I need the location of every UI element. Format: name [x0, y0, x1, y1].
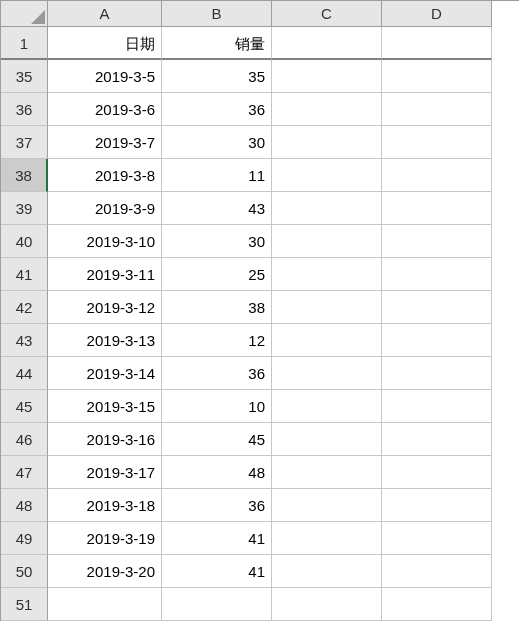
cell-44-c[interactable] [272, 357, 382, 390]
cell-42-c[interactable] [272, 291, 382, 324]
cell-40-c[interactable] [272, 225, 382, 258]
column-header-b[interactable]: B [162, 1, 272, 27]
row-header-38[interactable]: 38 [1, 159, 48, 192]
cell-43-d[interactable] [382, 324, 492, 357]
cell-38-a[interactable]: 2019-3-8 [48, 159, 162, 192]
cell-45-d[interactable] [382, 390, 492, 423]
cell-40-d[interactable] [382, 225, 492, 258]
cell-header-c[interactable] [272, 27, 382, 60]
cell-38-c[interactable] [272, 159, 382, 192]
row-header-43[interactable]: 43 [1, 324, 48, 357]
cell-header-b[interactable]: 销量 [162, 27, 272, 60]
cell-39-a[interactable]: 2019-3-9 [48, 192, 162, 225]
row-header-41[interactable]: 41 [1, 258, 48, 291]
row-header-46[interactable]: 46 [1, 423, 48, 456]
cell-49-b[interactable]: 41 [162, 522, 272, 555]
cell-44-b[interactable]: 36 [162, 357, 272, 390]
cell-50-c[interactable] [272, 555, 382, 588]
cell-48-a[interactable]: 2019-3-18 [48, 489, 162, 522]
cell-49-d[interactable] [382, 522, 492, 555]
row-header-51[interactable]: 51 [1, 588, 48, 621]
row-header-40[interactable]: 40 [1, 225, 48, 258]
cell-37-b[interactable]: 30 [162, 126, 272, 159]
cell-48-c[interactable] [272, 489, 382, 522]
cell-50-b[interactable]: 41 [162, 555, 272, 588]
cell-49-c[interactable] [272, 522, 382, 555]
cell-50-d[interactable] [382, 555, 492, 588]
cell-46-d[interactable] [382, 423, 492, 456]
cell-47-b[interactable]: 48 [162, 456, 272, 489]
cell-47-d[interactable] [382, 456, 492, 489]
cell-48-d[interactable] [382, 489, 492, 522]
row-header-49[interactable]: 49 [1, 522, 48, 555]
cell-45-a[interactable]: 2019-3-15 [48, 390, 162, 423]
cell-39-c[interactable] [272, 192, 382, 225]
select-all-corner[interactable] [1, 1, 48, 27]
cell-51-d[interactable] [382, 588, 492, 621]
cell-37-d[interactable] [382, 126, 492, 159]
cell-36-c[interactable] [272, 93, 382, 126]
cell-43-c[interactable] [272, 324, 382, 357]
cell-44-d[interactable] [382, 357, 492, 390]
row-header-50[interactable]: 50 [1, 555, 48, 588]
cell-48-b[interactable]: 36 [162, 489, 272, 522]
cell-39-b[interactable]: 43 [162, 192, 272, 225]
cell-41-d[interactable] [382, 258, 492, 291]
cell-40-a[interactable]: 2019-3-10 [48, 225, 162, 258]
row-header-35[interactable]: 35 [1, 60, 48, 93]
cell-38-d[interactable] [382, 159, 492, 192]
row-header-48[interactable]: 48 [1, 489, 48, 522]
cell-35-a[interactable]: 2019-3-5 [48, 60, 162, 93]
cell-47-a[interactable]: 2019-3-17 [48, 456, 162, 489]
row-header-44[interactable]: 44 [1, 357, 48, 390]
row-header-47[interactable]: 47 [1, 456, 48, 489]
spreadsheet-grid[interactable]: ABCD1日期销量352019-3-535362019-3-636372019-… [0, 0, 519, 621]
row-header-45[interactable]: 45 [1, 390, 48, 423]
cell-46-b[interactable]: 45 [162, 423, 272, 456]
row-header-37[interactable]: 37 [1, 126, 48, 159]
cell-45-b[interactable]: 10 [162, 390, 272, 423]
cell-35-b[interactable]: 35 [162, 60, 272, 93]
cell-38-b[interactable]: 11 [162, 159, 272, 192]
cell-44-a[interactable]: 2019-3-14 [48, 357, 162, 390]
column-header-a[interactable]: A [48, 1, 162, 27]
row-header-36[interactable]: 36 [1, 93, 48, 126]
cell-42-a[interactable]: 2019-3-12 [48, 291, 162, 324]
column-header-d[interactable]: D [382, 1, 492, 27]
cell-51-b[interactable] [162, 588, 272, 621]
cell-36-b[interactable]: 36 [162, 93, 272, 126]
cell-35-d[interactable] [382, 60, 492, 93]
cell-header-a[interactable]: 日期 [48, 27, 162, 60]
cell-header-d[interactable] [382, 27, 492, 60]
row-header-1[interactable]: 1 [1, 27, 48, 60]
cell-46-c[interactable] [272, 423, 382, 456]
cell-41-c[interactable] [272, 258, 382, 291]
row-header-39[interactable]: 39 [1, 192, 48, 225]
column-header-c[interactable]: C [272, 1, 382, 27]
cell-36-d[interactable] [382, 93, 492, 126]
cell-42-d[interactable] [382, 291, 492, 324]
cell-40-b[interactable]: 30 [162, 225, 272, 258]
cell-41-b[interactable]: 25 [162, 258, 272, 291]
cell-35-c[interactable] [272, 60, 382, 93]
cell-43-a[interactable]: 2019-3-13 [48, 324, 162, 357]
cell-43-b[interactable]: 12 [162, 324, 272, 357]
cell-50-a[interactable]: 2019-3-20 [48, 555, 162, 588]
cell-47-c[interactable] [272, 456, 382, 489]
cell-37-c[interactable] [272, 126, 382, 159]
cell-36-a[interactable]: 2019-3-6 [48, 93, 162, 126]
cell-49-a[interactable]: 2019-3-19 [48, 522, 162, 555]
cell-39-d[interactable] [382, 192, 492, 225]
cell-45-c[interactable] [272, 390, 382, 423]
cell-42-b[interactable]: 38 [162, 291, 272, 324]
cell-46-a[interactable]: 2019-3-16 [48, 423, 162, 456]
cell-51-a[interactable] [48, 588, 162, 621]
row-header-42[interactable]: 42 [1, 291, 48, 324]
cell-51-c[interactable] [272, 588, 382, 621]
cell-41-a[interactable]: 2019-3-11 [48, 258, 162, 291]
cell-37-a[interactable]: 2019-3-7 [48, 126, 162, 159]
